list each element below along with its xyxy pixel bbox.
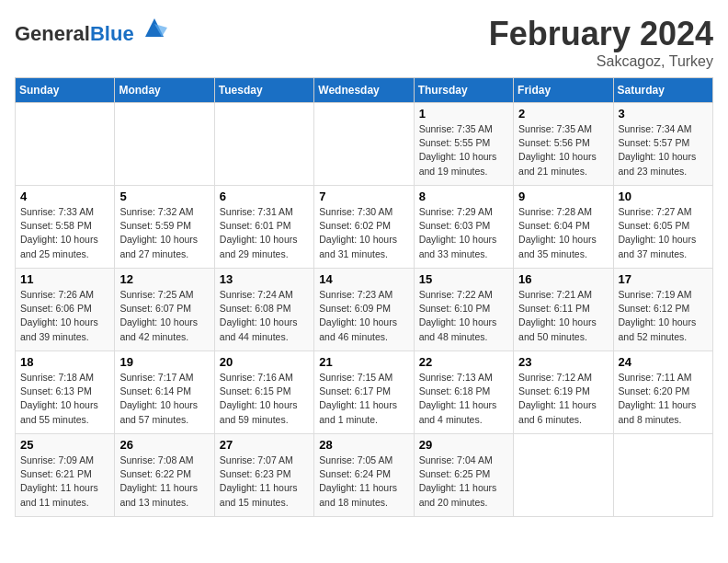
- day-info: Sunrise: 7:17 AM Sunset: 6:14 PM Dayligh…: [119, 371, 209, 427]
- calendar-header-row: SundayMondayTuesdayWednesdayThursdayFrid…: [16, 78, 713, 103]
- day-info: Sunrise: 7:31 AM Sunset: 6:01 PM Dayligh…: [220, 205, 309, 261]
- calendar-week-row: 25Sunrise: 7:09 AM Sunset: 6:21 PM Dayli…: [16, 434, 713, 517]
- day-info: Sunrise: 7:15 AM Sunset: 6:17 PM Dayligh…: [319, 371, 408, 427]
- calendar-week-row: 11Sunrise: 7:26 AM Sunset: 6:06 PM Dayli…: [16, 269, 713, 351]
- day-number: 4: [20, 190, 109, 203]
- title-section: February 2024 Sakcagoz, Turkey: [489, 15, 713, 70]
- day-number: 16: [518, 272, 608, 286]
- calendar-cell: 10Sunrise: 7:27 AM Sunset: 6:05 PM Dayli…: [613, 186, 712, 269]
- day-number: 3: [619, 107, 708, 121]
- location-text: Sakcagoz, Turkey: [489, 53, 713, 70]
- col-header-friday: Friday: [514, 78, 613, 103]
- day-info: Sunrise: 7:24 AM Sunset: 6:08 PM Dayligh…: [220, 288, 309, 344]
- day-number: 2: [518, 107, 608, 121]
- calendar-week-row: 18Sunrise: 7:18 AM Sunset: 6:13 PM Dayli…: [16, 351, 713, 434]
- day-info: Sunrise: 7:05 AM Sunset: 6:24 PM Dayligh…: [319, 454, 408, 510]
- day-number: 6: [220, 190, 309, 203]
- day-number: 24: [619, 355, 708, 369]
- logo-general-text: General: [15, 22, 90, 45]
- day-info: Sunrise: 7:04 AM Sunset: 6:25 PM Dayligh…: [419, 454, 508, 510]
- calendar-cell: 4Sunrise: 7:33 AM Sunset: 5:58 PM Daylig…: [16, 186, 115, 269]
- day-info: Sunrise: 7:29 AM Sunset: 6:03 PM Dayligh…: [419, 205, 508, 261]
- calendar-week-row: 1Sunrise: 7:35 AM Sunset: 5:55 PM Daylig…: [16, 103, 713, 186]
- calendar-cell: 21Sunrise: 7:15 AM Sunset: 6:17 PM Dayli…: [314, 351, 414, 434]
- calendar-cell: 8Sunrise: 7:29 AM Sunset: 6:03 PM Daylig…: [414, 186, 513, 269]
- calendar-cell: [115, 103, 214, 186]
- calendar-table: SundayMondayTuesdayWednesdayThursdayFrid…: [15, 77, 713, 517]
- calendar-cell: [16, 103, 115, 186]
- calendar-cell: 6Sunrise: 7:31 AM Sunset: 6:01 PM Daylig…: [214, 186, 313, 269]
- day-number: 5: [119, 190, 209, 203]
- col-header-sunday: Sunday: [16, 78, 115, 103]
- day-number: 10: [619, 190, 708, 203]
- day-info: Sunrise: 7:34 AM Sunset: 5:57 PM Dayligh…: [619, 122, 708, 178]
- day-number: 13: [220, 272, 309, 286]
- day-number: 29: [419, 438, 508, 452]
- month-title: February 2024: [489, 15, 713, 53]
- day-number: 26: [119, 438, 209, 452]
- calendar-cell: 5Sunrise: 7:32 AM Sunset: 5:59 PM Daylig…: [115, 186, 214, 269]
- day-number: 23: [518, 355, 608, 369]
- logo: GeneralBlue: [15, 15, 167, 45]
- day-number: 17: [619, 272, 708, 286]
- col-header-tuesday: Tuesday: [214, 78, 313, 103]
- calendar-cell: 14Sunrise: 7:23 AM Sunset: 6:09 PM Dayli…: [314, 269, 414, 351]
- day-info: Sunrise: 7:12 AM Sunset: 6:19 PM Dayligh…: [518, 371, 608, 427]
- calendar-cell: 11Sunrise: 7:26 AM Sunset: 6:06 PM Dayli…: [16, 269, 115, 351]
- calendar-cell: 3Sunrise: 7:34 AM Sunset: 5:57 PM Daylig…: [613, 103, 712, 186]
- day-number: 11: [20, 272, 109, 286]
- calendar-cell: 9Sunrise: 7:28 AM Sunset: 6:04 PM Daylig…: [514, 186, 613, 269]
- day-info: Sunrise: 7:25 AM Sunset: 6:07 PM Dayligh…: [119, 288, 209, 344]
- day-number: 7: [319, 190, 408, 203]
- calendar-cell: 20Sunrise: 7:16 AM Sunset: 6:15 PM Dayli…: [214, 351, 313, 434]
- calendar-cell: 1Sunrise: 7:35 AM Sunset: 5:55 PM Daylig…: [414, 103, 513, 186]
- day-number: 19: [119, 355, 209, 369]
- calendar-cell: 17Sunrise: 7:19 AM Sunset: 6:12 PM Dayli…: [613, 269, 712, 351]
- calendar-cell: 23Sunrise: 7:12 AM Sunset: 6:19 PM Dayli…: [514, 351, 613, 434]
- page-header: GeneralBlue February 2024 Sakcagoz, Turk…: [15, 15, 713, 70]
- day-number: 14: [319, 272, 408, 286]
- day-number: 12: [119, 272, 209, 286]
- calendar-cell: 28Sunrise: 7:05 AM Sunset: 6:24 PM Dayli…: [314, 434, 414, 517]
- col-header-thursday: Thursday: [414, 78, 513, 103]
- day-info: Sunrise: 7:27 AM Sunset: 6:05 PM Dayligh…: [619, 205, 708, 261]
- day-info: Sunrise: 7:09 AM Sunset: 6:21 PM Dayligh…: [20, 454, 109, 510]
- day-info: Sunrise: 7:32 AM Sunset: 5:59 PM Dayligh…: [119, 205, 209, 261]
- day-number: 28: [319, 438, 408, 452]
- calendar-cell: 16Sunrise: 7:21 AM Sunset: 6:11 PM Dayli…: [514, 269, 613, 351]
- calendar-cell: 26Sunrise: 7:08 AM Sunset: 6:22 PM Dayli…: [115, 434, 214, 517]
- day-info: Sunrise: 7:16 AM Sunset: 6:15 PM Dayligh…: [220, 371, 309, 427]
- day-info: Sunrise: 7:18 AM Sunset: 6:13 PM Dayligh…: [20, 371, 109, 427]
- calendar-cell: 13Sunrise: 7:24 AM Sunset: 6:08 PM Dayli…: [214, 269, 313, 351]
- logo-icon: [142, 15, 167, 40]
- calendar-cell: 7Sunrise: 7:30 AM Sunset: 6:02 PM Daylig…: [314, 186, 414, 269]
- day-info: Sunrise: 7:23 AM Sunset: 6:09 PM Dayligh…: [319, 288, 408, 344]
- day-info: Sunrise: 7:21 AM Sunset: 6:11 PM Dayligh…: [518, 288, 608, 344]
- day-info: Sunrise: 7:13 AM Sunset: 6:18 PM Dayligh…: [419, 371, 508, 427]
- day-number: 1: [419, 107, 508, 121]
- day-info: Sunrise: 7:19 AM Sunset: 6:12 PM Dayligh…: [619, 288, 708, 344]
- calendar-cell: 25Sunrise: 7:09 AM Sunset: 6:21 PM Dayli…: [16, 434, 115, 517]
- calendar-week-row: 4Sunrise: 7:33 AM Sunset: 5:58 PM Daylig…: [16, 186, 713, 269]
- day-info: Sunrise: 7:08 AM Sunset: 6:22 PM Dayligh…: [119, 454, 209, 510]
- calendar-cell: 19Sunrise: 7:17 AM Sunset: 6:14 PM Dayli…: [115, 351, 214, 434]
- day-info: Sunrise: 7:11 AM Sunset: 6:20 PM Dayligh…: [619, 371, 708, 427]
- day-number: 8: [419, 190, 508, 203]
- day-info: Sunrise: 7:35 AM Sunset: 5:55 PM Dayligh…: [419, 122, 508, 178]
- calendar-cell: 27Sunrise: 7:07 AM Sunset: 6:23 PM Dayli…: [214, 434, 313, 517]
- logo-blue-text: Blue: [90, 22, 134, 45]
- day-number: 15: [419, 272, 508, 286]
- day-info: Sunrise: 7:22 AM Sunset: 6:10 PM Dayligh…: [419, 288, 508, 344]
- calendar-cell: 22Sunrise: 7:13 AM Sunset: 6:18 PM Dayli…: [414, 351, 513, 434]
- col-header-saturday: Saturday: [613, 78, 712, 103]
- day-number: 18: [20, 355, 109, 369]
- calendar-cell: 2Sunrise: 7:35 AM Sunset: 5:56 PM Daylig…: [514, 103, 613, 186]
- day-number: 9: [518, 190, 608, 203]
- day-info: Sunrise: 7:26 AM Sunset: 6:06 PM Dayligh…: [20, 288, 109, 344]
- day-info: Sunrise: 7:28 AM Sunset: 6:04 PM Dayligh…: [518, 205, 608, 261]
- day-number: 27: [220, 438, 309, 452]
- calendar-cell: [214, 103, 313, 186]
- day-info: Sunrise: 7:07 AM Sunset: 6:23 PM Dayligh…: [220, 454, 309, 510]
- calendar-cell: 24Sunrise: 7:11 AM Sunset: 6:20 PM Dayli…: [613, 351, 712, 434]
- day-number: 20: [220, 355, 309, 369]
